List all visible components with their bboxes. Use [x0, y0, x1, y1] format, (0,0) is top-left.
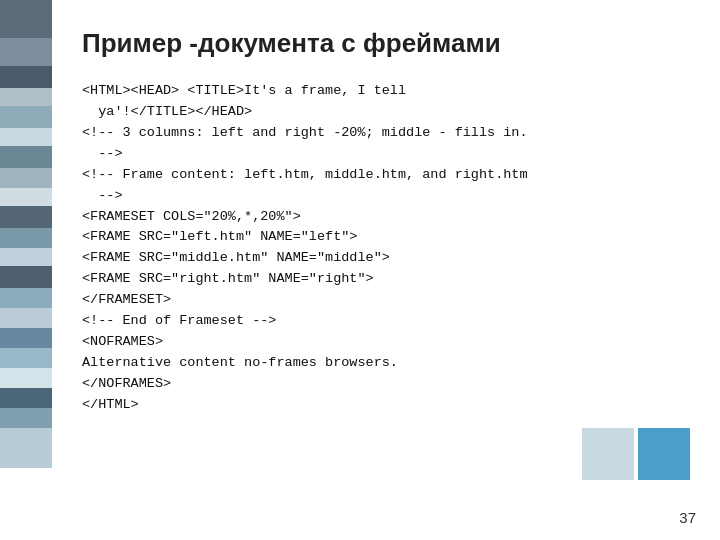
code-line: Alternative content no-frames browsers.	[82, 353, 690, 374]
code-line: ya'!</TITLE></HEAD>	[82, 102, 690, 123]
code-line: <FRAME SRC="right.htm" NAME="right">	[82, 269, 690, 290]
code-line: <FRAMESET COLS="20%,*,20%">	[82, 207, 690, 228]
code-line: -->	[82, 144, 690, 165]
sidebar-strip	[0, 428, 52, 468]
sidebar-strip	[0, 146, 52, 168]
code-line: <FRAME SRC="left.htm" NAME="left">	[82, 227, 690, 248]
code-block: <HTML><HEAD> <TITLE>It's a frame, I tell…	[82, 81, 690, 416]
sidebar-strip	[0, 368, 52, 388]
sidebar-strip	[0, 388, 52, 408]
sidebar-strip	[0, 88, 52, 106]
sidebar-strip	[0, 188, 52, 206]
sidebar-strip	[0, 348, 52, 368]
sidebar-strip	[0, 228, 52, 248]
main-content: Пример -документа с фреймами <HTML><HEAD…	[52, 0, 720, 540]
sidebar-strip	[0, 288, 52, 308]
deco-square	[582, 428, 634, 480]
code-line: </HTML>	[82, 395, 690, 416]
sidebar-strip	[0, 66, 52, 88]
sidebar-strip	[0, 408, 52, 428]
page-number: 37	[679, 509, 696, 526]
sidebar-strip	[0, 266, 52, 288]
code-line: <HTML><HEAD> <TITLE>It's a frame, I tell	[82, 81, 690, 102]
deco-square	[638, 428, 690, 480]
sidebar-strip	[0, 106, 52, 128]
sidebar-strip	[0, 308, 52, 328]
sidebar-strip	[0, 128, 52, 146]
sidebar-strip	[0, 328, 52, 348]
sidebar-strip	[0, 0, 52, 38]
sidebar-strip	[0, 38, 52, 66]
sidebar-strip	[0, 248, 52, 266]
code-line: <FRAME SRC="middle.htm" NAME="middle">	[82, 248, 690, 269]
sidebar-strip	[0, 168, 52, 188]
code-line: <!-- 3 columns: left and right -20%; mid…	[82, 123, 690, 144]
sidebar-strip	[0, 206, 52, 228]
sidebar	[0, 0, 52, 540]
code-line: <NOFRAMES>	[82, 332, 690, 353]
deco-squares	[582, 428, 690, 480]
code-line: -->	[82, 186, 690, 207]
page-title: Пример -документа с фреймами	[82, 28, 690, 59]
code-line: </NOFRAMES>	[82, 374, 690, 395]
code-line: <!-- End of Frameset -->	[82, 311, 690, 332]
code-line: </FRAMESET>	[82, 290, 690, 311]
code-line: <!-- Frame content: left.htm, middle.htm…	[82, 165, 690, 186]
